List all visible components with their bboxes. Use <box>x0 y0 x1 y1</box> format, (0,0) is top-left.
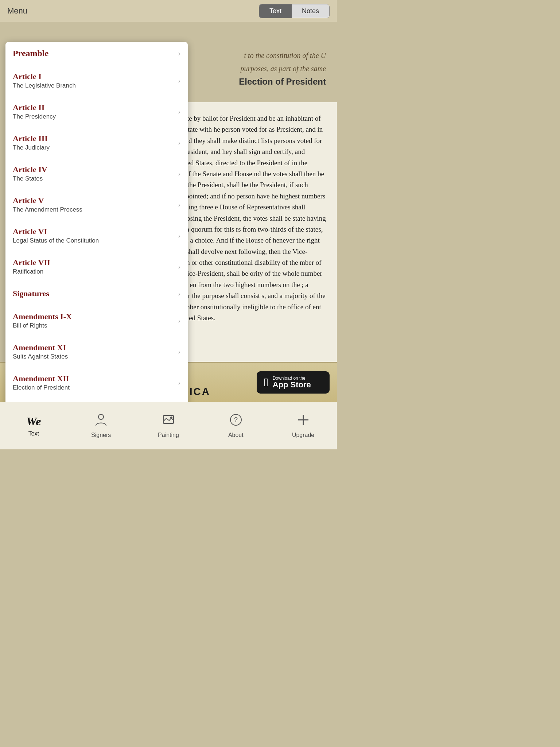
we-icon: We <box>26 415 41 428</box>
nav-label-upgrade: Upgrade <box>292 432 314 438</box>
app-store-button[interactable]:  Download on the App Store <box>257 371 330 394</box>
dropdown-menu: Preamble › Article I The Legislative Bra… <box>5 42 188 402</box>
menu-item-amendment12[interactable]: Amendment XII Election of President › <box>5 367 188 398</box>
chevron-icon: › <box>178 139 180 147</box>
nav-label-text: Text <box>28 430 39 437</box>
plus-icon <box>297 413 310 430</box>
apple-icon:  <box>264 376 268 389</box>
chevron-icon: › <box>178 201 180 209</box>
document-background: t to the constitution of the U purposes,… <box>0 22 337 402</box>
menu-item-amendment11-subtitle: Suits Against States <box>13 353 68 360</box>
bottom-nav: We Text Signers Painting ? About <box>0 402 337 449</box>
chevron-icon: › <box>178 232 180 240</box>
menu-item-amendment13[interactable]: Amendment XIII Slavery and Involuntary S… <box>5 398 188 402</box>
svg-text:?: ? <box>234 416 238 423</box>
app-store-label: App Store <box>273 381 311 389</box>
chevron-icon: › <box>178 348 180 356</box>
menu-item-amendments1-10-title: Amendments I-X <box>13 312 72 321</box>
chevron-icon: › <box>178 170 180 178</box>
menu-item-article7-subtitle: Ratification <box>13 268 50 275</box>
question-icon: ? <box>229 413 242 430</box>
menu-item-article3-title: Article III <box>13 134 50 143</box>
chevron-icon: › <box>178 108 180 116</box>
nav-label-signers: Signers <box>91 432 111 438</box>
menu-item-article3-subtitle: The Judiciary <box>13 144 50 151</box>
menu-item-preamble[interactable]: Preamble › <box>5 42 188 65</box>
menu-item-preamble-title: Preamble <box>13 49 48 58</box>
menu-item-article4-subtitle: The States <box>13 175 47 182</box>
menu-item-article4[interactable]: Article IV The States › <box>5 158 188 189</box>
menu-item-article1[interactable]: Article I The Legislative Branch › <box>5 65 188 96</box>
menu-item-article3[interactable]: Article III The Judiciary › <box>5 127 188 158</box>
person-icon <box>94 413 108 430</box>
tab-group: Text Notes <box>259 4 330 18</box>
menu-item-article6-subtitle: Legal Status of the Constitution <box>13 237 99 244</box>
nav-label-painting: Painting <box>158 432 179 438</box>
menu-item-article5-subtitle: The Amendment Process <box>13 206 82 213</box>
nav-item-about[interactable]: ? About <box>202 413 269 438</box>
menu-item-amendments1-10-subtitle: Bill of Rights <box>13 322 72 329</box>
election-title: Election of President <box>239 77 326 87</box>
menu-item-signatures-title: Signatures <box>13 289 49 298</box>
menu-item-amendments1-10[interactable]: Amendments I-X Bill of Rights › <box>5 305 188 336</box>
menu-item-article6-title: Article VI <box>13 227 99 236</box>
chevron-icon: › <box>178 317 180 325</box>
nav-item-signers[interactable]: Signers <box>67 413 135 438</box>
svg-point-3 <box>98 414 104 419</box>
menu-item-amendment12-subtitle: Election of President <box>13 384 70 391</box>
menu-item-article5[interactable]: Article V The Amendment Process › <box>5 189 188 220</box>
menu-item-article7[interactable]: Article VII Ratification › <box>5 251 188 282</box>
nav-item-painting[interactable]: Painting <box>135 413 202 438</box>
chevron-icon: › <box>178 77 180 85</box>
chevron-icon: › <box>178 379 180 387</box>
nav-item-upgrade[interactable]: Upgrade <box>269 413 337 438</box>
top-bar: Menu Text Notes <box>0 0 337 22</box>
menu-item-article1-subtitle: The Legislative Branch <box>13 82 76 89</box>
tab-notes[interactable]: Notes <box>292 4 329 18</box>
menu-item-article2[interactable]: Article II The Presidency › <box>5 96 188 127</box>
menu-item-article1-title: Article I <box>13 72 76 81</box>
svg-point-5 <box>170 417 172 419</box>
handwriting-text: t to the constitution of the U purposes,… <box>241 49 326 75</box>
nav-item-text[interactable]: We Text <box>0 415 67 437</box>
chevron-icon: › <box>178 290 180 298</box>
menu-item-signatures[interactable]: Signatures › <box>5 282 188 305</box>
tab-text[interactable]: Text <box>259 4 292 18</box>
menu-item-article2-title: Article II <box>13 103 56 112</box>
menu-item-article6[interactable]: Article VI Legal Status of the Constitut… <box>5 220 188 251</box>
menu-button[interactable]: Menu <box>7 6 27 16</box>
chevron-icon: › <box>178 263 180 271</box>
chevron-icon: › <box>178 49 180 58</box>
menu-item-article7-title: Article VII <box>13 258 50 267</box>
menu-item-article5-title: Article V <box>13 196 82 205</box>
nav-label-about: About <box>228 432 244 438</box>
menu-item-amendment11[interactable]: Amendment XI Suits Against States › <box>5 336 188 367</box>
menu-item-article4-title: Article IV <box>13 165 47 174</box>
painting-icon <box>162 413 175 430</box>
menu-item-amendment12-title: Amendment XII <box>13 374 70 383</box>
menu-item-article2-subtitle: The Presidency <box>13 113 56 120</box>
menu-item-amendment11-title: Amendment XI <box>13 343 68 352</box>
